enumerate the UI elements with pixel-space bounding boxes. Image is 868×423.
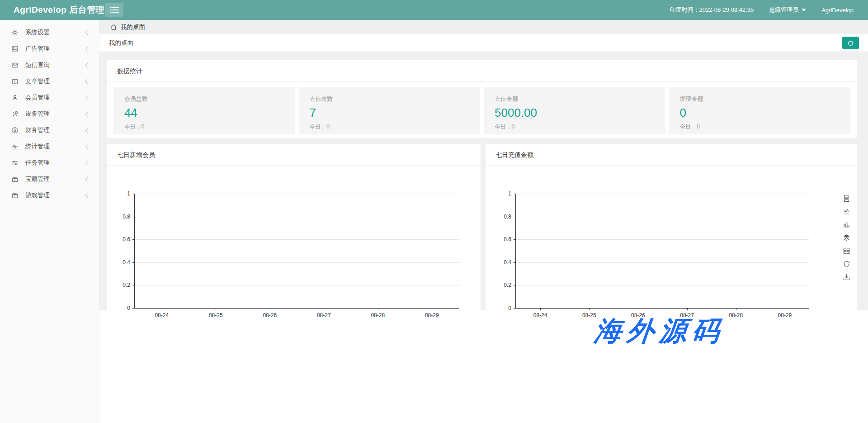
- axis-tick: [432, 308, 432, 310]
- sidebar-item-device-management[interactable]: 设备管理: [0, 106, 99, 122]
- sidebar-item-treasure-management[interactable]: 宝藏管理: [0, 171, 99, 187]
- sidebar-item-label: 文章管理: [25, 77, 50, 86]
- chevron-left-icon: [85, 177, 90, 181]
- gridline: [516, 194, 809, 194]
- stat-today: 今日：0: [124, 123, 284, 131]
- axis-tick: [216, 308, 216, 310]
- axis-tick: [132, 194, 135, 194]
- axis-tick: [132, 239, 135, 240]
- app-title: AgriDevelop 后台管理: [14, 0, 104, 20]
- y-axis-label: 0.6: [504, 236, 511, 242]
- sidebar-item-label: 广告管理: [25, 45, 50, 53]
- gridline: [135, 217, 459, 217]
- chevron-left-icon: [85, 79, 90, 84]
- sliders-icon: [11, 159, 19, 167]
- bar-chart-icon[interactable]: [843, 221, 850, 228]
- stat-card-recharge-amount: 充值金额 5000.00 今日：0: [484, 87, 665, 134]
- line-chart-new-members: 10.80.60.40.2008-2408-2508-2608-2708-280…: [134, 194, 459, 309]
- sidebar-item-sms-query[interactable]: 短信查询: [0, 57, 99, 73]
- y-axis-label: 1: [508, 190, 511, 197]
- sidebar-item-system-settings[interactable]: 系统设置: [0, 24, 99, 41]
- axis-tick: [270, 308, 270, 310]
- sidebar-item-game-management[interactable]: 游戏管理: [0, 187, 99, 204]
- axis-tick: [736, 308, 736, 310]
- sidebar-item-statistics-management[interactable]: 统计管理: [0, 138, 99, 155]
- y-axis-label: 0.6: [123, 236, 130, 242]
- chevron-left-icon: [85, 128, 90, 133]
- stat-today: 今日：0: [680, 123, 840, 131]
- sidebar-item-label: 游戏管理: [25, 191, 50, 200]
- sidebar-item-member-management[interactable]: 会员管理: [0, 90, 99, 106]
- stat-label: 充值次数: [310, 95, 470, 103]
- y-axis-label: 0.2: [504, 282, 511, 288]
- restore-icon[interactable]: [843, 260, 850, 268]
- divider: [486, 165, 857, 166]
- sidebar-item-ad-management[interactable]: 广告管理: [0, 41, 99, 57]
- gridline: [135, 239, 459, 240]
- chevron-left-icon: [85, 95, 90, 100]
- sidebar-item-article-management[interactable]: 文章管理: [0, 73, 99, 90]
- stat-today: 今日：0: [310, 123, 470, 131]
- charts-row: 七日新增会员 10.80.60.40.2008-2408-2508-2608-2…: [107, 144, 857, 310]
- sidebar-item-label: 设备管理: [25, 110, 50, 118]
- user-role-dropdown[interactable]: 超级管理员: [769, 6, 806, 14]
- y-axis-label: 0.4: [123, 259, 130, 266]
- axis-tick: [540, 308, 541, 310]
- axis-tick: [514, 217, 516, 217]
- x-axis-label: 08-24: [533, 312, 547, 318]
- axis-tick: [132, 217, 135, 217]
- sidebar-item-label: 宝藏管理: [25, 175, 50, 183]
- axis-tick: [132, 262, 135, 263]
- gridline: [516, 262, 809, 263]
- pulse-icon: [11, 143, 19, 151]
- axis-tick: [687, 308, 688, 310]
- hamburger-icon: [110, 7, 119, 13]
- gear-icon: [11, 29, 19, 37]
- sidebar-item-label: 财务管理: [25, 126, 50, 134]
- dashboard-area: 数据统计 会员总数 44 今日：0 充值次数 7 今日：0 充值金额: [99, 52, 868, 310]
- sidebar-item-task-management[interactable]: 任务管理: [0, 155, 99, 171]
- tab-my-desktop[interactable]: 我的桌面: [99, 39, 133, 47]
- sidebar-item-label: 系统设置: [25, 29, 50, 37]
- gridline: [135, 285, 459, 285]
- chart-title: 七日新增会员: [107, 144, 481, 165]
- menu-toggle-button[interactable]: [105, 3, 123, 17]
- x-axis-label: 08-25: [209, 312, 223, 318]
- sidebar-item-finance-management[interactable]: 财务管理: [0, 122, 99, 138]
- header-right: 印度时间：2022-08-29 08:42:35 超级管理员 AgriDevel…: [670, 0, 854, 20]
- mail-icon: [11, 62, 19, 69]
- gridline: [135, 262, 459, 263]
- chart-panel-new-members: 七日新增会员 10.80.60.40.2008-2408-2508-2608-2…: [107, 144, 481, 310]
- y-axis-label: 0: [508, 305, 511, 311]
- chart-toolbox: [843, 195, 850, 281]
- line-chart-icon[interactable]: [843, 208, 850, 215]
- sidebar: 系统设置 广告管理 短信查询: [0, 20, 99, 423]
- stat-label: 充值金额: [495, 95, 655, 103]
- save-image-icon[interactable]: [843, 273, 850, 281]
- axis-tick: [514, 285, 516, 285]
- chart-panel-recharge-amount: 七日充值金额 10.80.60.40.2008-2408-2508-2608-2…: [486, 144, 857, 310]
- gift-icon: [11, 192, 19, 200]
- breadcrumb-bar: 我的桌面: [99, 20, 868, 34]
- x-axis-label: 08-24: [155, 312, 169, 318]
- main-content: 我的桌面 我的桌面 数据统计 会员总数: [99, 20, 868, 423]
- axis-tick: [785, 308, 785, 310]
- data-view-icon[interactable]: [843, 195, 850, 202]
- axis-tick: [589, 308, 590, 310]
- breadcrumb[interactable]: 我的桌面: [110, 23, 145, 31]
- stack-icon[interactable]: [843, 234, 850, 242]
- stat-label: 提现金额: [680, 95, 840, 103]
- breadcrumb-label: 我的桌面: [121, 23, 145, 31]
- stat-value: 44: [124, 106, 284, 120]
- refresh-button[interactable]: [842, 37, 859, 49]
- user-role-label: 超级管理员: [769, 6, 798, 14]
- server-time: 印度时间：2022-08-29 08:42:35: [670, 6, 754, 14]
- home-icon: [110, 24, 117, 30]
- axis-tick: [514, 194, 516, 194]
- tiled-icon[interactable]: [843, 247, 850, 255]
- watermark: 海外源码: [593, 313, 850, 350]
- caret-down-icon: [802, 9, 806, 11]
- x-axis-label: 08-27: [317, 312, 331, 318]
- x-axis-label: 08-26: [263, 312, 277, 318]
- refresh-icon: [847, 40, 854, 47]
